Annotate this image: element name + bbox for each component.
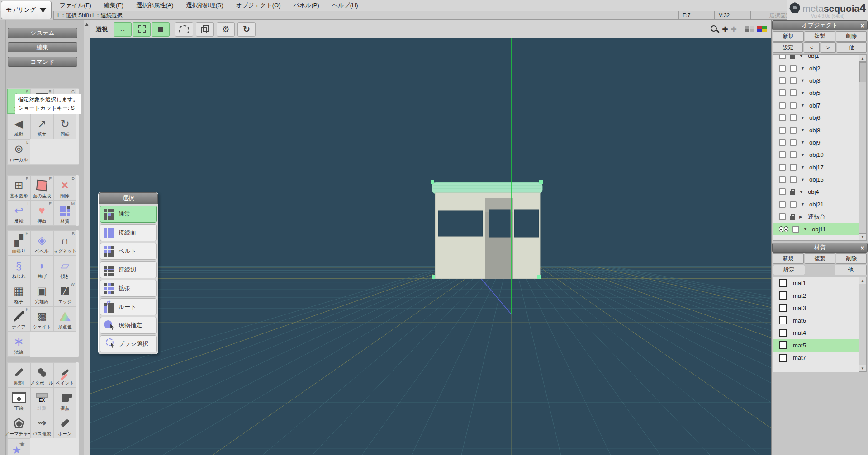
tool-underlay[interactable]: 下絵 <box>7 388 30 413</box>
object-checkbox[interactable] <box>790 176 797 183</box>
object-checkbox[interactable] <box>779 188 786 195</box>
object-row[interactable]: ▼obj8 <box>773 124 859 136</box>
tool-delx[interactable]: D×削除 <box>53 175 76 201</box>
material-checkbox[interactable] <box>779 316 787 324</box>
perspective-label[interactable]: 透視 <box>96 25 108 33</box>
expand-arrow-icon[interactable]: ▼ <box>803 227 808 231</box>
menu-item-3[interactable]: 選択部属性(A) <box>130 0 180 11</box>
object-checkbox[interactable] <box>779 176 786 183</box>
expand-arrow-icon[interactable]: ▼ <box>801 153 805 157</box>
object-checkbox[interactable] <box>790 102 797 109</box>
select-mode-ベルト[interactable]: ベルト <box>100 243 157 260</box>
object-checkbox[interactable] <box>779 151 786 158</box>
rotate-view-tool-icon[interactable]: + <box>731 25 737 34</box>
train-model[interactable] <box>431 180 543 279</box>
object-checkbox[interactable] <box>790 139 797 146</box>
object-row[interactable]: ▼obj6 <box>773 112 859 124</box>
tool-bend[interactable]: ◗曲げ <box>30 256 53 281</box>
expand-arrow-icon[interactable]: ▼ <box>801 66 805 70</box>
menu-item-5[interactable]: オブジェクト(O) <box>230 0 287 11</box>
material-checkbox[interactable] <box>779 279 787 287</box>
tool-camera[interactable]: 視点 <box>53 388 76 413</box>
expand-arrow-icon[interactable]: ▼ <box>801 178 805 182</box>
object-row[interactable]: ▼obj5 <box>773 87 859 99</box>
object-checkbox[interactable] <box>779 77 786 84</box>
panel-header-command[interactable]: コマンド <box>8 57 77 67</box>
expand-arrow-icon[interactable]: ▼ <box>801 116 805 120</box>
select-mode-連続辺[interactable]: 連続辺 <box>100 261 157 278</box>
material-settings-button[interactable]: 設定 <box>773 265 805 275</box>
tool-morph[interactable]: ★★モーフ <box>7 438 30 455</box>
object-row[interactable]: ▼obj11 <box>773 223 859 235</box>
object-row[interactable]: ▼obj17 <box>773 161 859 174</box>
tool-prim[interactable]: P⊞基本図形 <box>7 175 30 201</box>
viewport-settings-button[interactable]: ⚙ <box>217 22 235 37</box>
expand-arrow-icon[interactable]: ▼ <box>799 190 804 194</box>
material-row[interactable]: mat7 <box>773 352 859 364</box>
tool-move[interactable]: ◀移動 <box>7 114 30 139</box>
tool-magnet[interactable]: B∩マグネット <box>53 230 76 256</box>
material-list-scrollbar[interactable]: ▲ ▼ <box>859 277 866 372</box>
object-nav-button-1[interactable]: 設定 <box>773 42 803 53</box>
material-checkbox[interactable] <box>779 341 787 349</box>
viewport-canvas[interactable] <box>90 38 771 455</box>
object-button-3[interactable]: 削除 <box>836 31 867 42</box>
object-checkbox[interactable] <box>779 89 786 96</box>
object-checkbox[interactable] <box>790 89 797 96</box>
object-checkbox[interactable] <box>779 65 786 72</box>
material-other-button[interactable]: 他 <box>835 265 867 275</box>
select-mode-現物指定[interactable]: 現物指定 <box>100 317 157 334</box>
expand-arrow-icon[interactable]: ▼ <box>801 78 805 83</box>
object-row[interactable]: ▼obj2 <box>773 62 859 74</box>
vertex-display-toggle[interactable]: ∷ <box>114 22 132 37</box>
tool-measure[interactable]: EX計測 <box>30 388 53 413</box>
tool-twist[interactable]: §ねじれ <box>7 256 30 281</box>
object-checkbox[interactable] <box>790 201 797 208</box>
object-checkbox[interactable] <box>779 213 786 220</box>
select-mode-通常[interactable]: 通常 <box>100 206 157 223</box>
expand-arrow-icon[interactable]: ▼ <box>801 91 805 95</box>
tool-pathcopy[interactable]: ⇝パス複製 <box>30 413 53 438</box>
expand-arrow-icon[interactable]: ▶ <box>799 215 804 219</box>
object-checkbox[interactable] <box>790 77 797 84</box>
tool-armature[interactable]: アーマチャー <box>7 413 30 438</box>
material-checkbox[interactable] <box>779 354 787 362</box>
object-checkbox[interactable] <box>779 139 786 146</box>
object-checkbox[interactable] <box>779 164 786 171</box>
object-row[interactable]: ▼obj21 <box>773 198 859 211</box>
object-row[interactable]: ▼obj10 <box>773 149 859 161</box>
object-checkbox[interactable] <box>779 114 786 121</box>
scroll-down-icon[interactable]: ▼ <box>859 365 866 372</box>
tool-weight[interactable]: ▩ウェイト <box>30 306 53 332</box>
tool-vcolor[interactable]: 頂点色 <box>53 306 76 332</box>
object-checkbox[interactable] <box>792 226 799 233</box>
tool-local[interactable]: L⊚ローカル <box>7 139 30 164</box>
object-list-scrollbar[interactable]: ▲ ▼ <box>859 55 866 240</box>
multiview-color-icon[interactable] <box>757 26 767 32</box>
object-row[interactable]: ▼obj1 <box>773 54 859 62</box>
tool-knife[interactable]: Kナイフ <box>7 306 30 332</box>
object-button-2[interactable]: 複製 <box>805 31 835 42</box>
material-checkbox[interactable] <box>779 291 787 300</box>
expand-arrow-icon[interactable]: ▼ <box>801 128 805 132</box>
menu-item-6[interactable]: パネル(P) <box>287 0 325 11</box>
expand-arrow-icon[interactable]: ▼ <box>801 140 805 145</box>
object-checkbox[interactable] <box>790 65 797 72</box>
material-row[interactable]: mat2 <box>773 290 859 302</box>
panel-header-edit[interactable]: 編集 <box>8 42 77 52</box>
object-checkbox[interactable] <box>790 114 797 121</box>
close-icon[interactable]: × <box>860 243 864 252</box>
tool-rotate[interactable]: ↻回転 <box>53 114 76 139</box>
tool-metaball[interactable]: メタボール <box>30 362 53 388</box>
object-checkbox[interactable] <box>790 127 797 134</box>
scroll-thumb[interactable] <box>859 62 867 82</box>
scroll-down-icon[interactable]: ▼ <box>859 233 866 240</box>
select-panel-titlebar[interactable]: 選択 <box>99 192 158 204</box>
select-mode-接続面[interactable]: 接続面 <box>100 224 157 241</box>
object-button-1[interactable]: 新規 <box>773 31 804 42</box>
tool-bevel[interactable]: ◈ベベル <box>30 230 53 256</box>
material-row[interactable]: mat6 <box>773 314 859 327</box>
tool-fold[interactable]: H▞面張り <box>7 230 30 256</box>
menu-item-2[interactable]: 編集(E) <box>98 0 130 11</box>
material-row[interactable]: mat4 <box>773 327 859 339</box>
